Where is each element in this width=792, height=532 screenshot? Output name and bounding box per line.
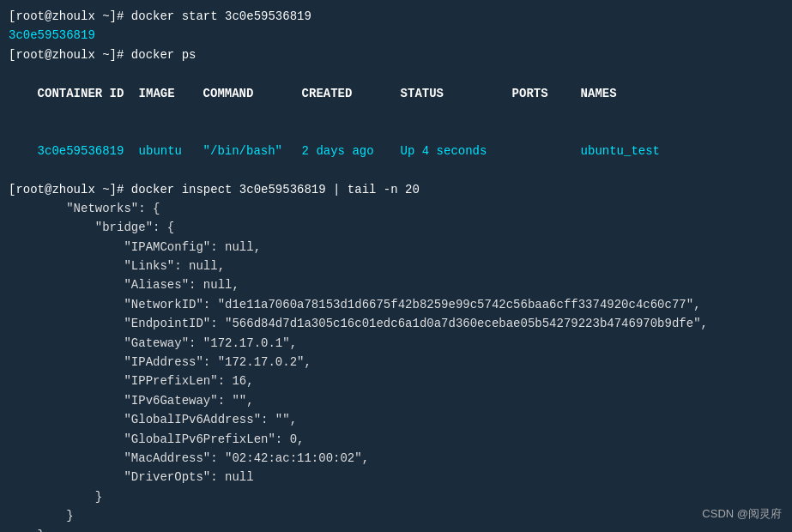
json-line-17: } — [9, 506, 783, 525]
line-6: [root@zhoulx ~]# docker inspect 3c0e5953… — [9, 180, 783, 199]
watermark: CSDN @阅灵府 — [702, 506, 782, 522]
prompt-2: [root@zhoulx ~]# docker ps — [9, 48, 196, 62]
json-line-12: "GlobalIPv6Address": "", — [9, 410, 783, 429]
prompt-3: [root@zhoulx ~]# docker inspect 3c0e5953… — [9, 183, 420, 196]
cell-image: ubuntu — [139, 142, 203, 160]
col-header-names: NAMES — [581, 84, 684, 103]
col-header-image: IMAGE — [139, 84, 203, 103]
json-line-11: "IPv6Gateway": "", — [9, 391, 783, 410]
json-line-8: "Gateway": "172.17.0.1", — [9, 334, 783, 353]
json-line-7: "EndpointID": "566d84d7d1a305c16c01edc6a… — [9, 314, 783, 333]
cell-names: ubuntu_test — [581, 142, 684, 160]
line-2: 3c0e59536819 — [9, 26, 783, 45]
json-line-3: "IPAMConfig": null, — [9, 238, 783, 257]
json-line-2: "bridge": { — [9, 218, 783, 237]
json-line-13: "GlobalIPv6PrefixLen": 0, — [9, 430, 783, 449]
json-line-5: "Aliases": null, — [9, 275, 783, 294]
cell-created: 2 days ago — [302, 142, 401, 160]
prompt-1: [root@zhoulx ~]# docker start 3c0e595368… — [9, 9, 311, 23]
cell-status: Up 4 seconds — [401, 142, 512, 160]
json-line-10: "IPPrefixLen": 16, — [9, 372, 783, 390]
json-line-1: "Networks": { — [9, 199, 783, 218]
table-header: CONTAINER IDIMAGECOMMANDCREATEDSTATUSPOR… — [9, 64, 783, 122]
cell-command: "/bin/bash" — [203, 142, 302, 160]
line-1: [root@zhoulx ~]# docker start 3c0e595368… — [9, 7, 783, 26]
json-line-9: "IPAddress": "172.17.0.2", — [9, 353, 783, 372]
terminal-window: [root@zhoulx ~]# docker start 3c0e595368… — [0, 0, 792, 532]
json-line-18: } — [9, 526, 783, 532]
json-line-6: "NetworkID": "d1e11a7060a78153d1d6675f42… — [9, 295, 783, 314]
json-line-15: "DriverOpts": null — [9, 468, 783, 487]
table-row: 3c0e59536819ubuntu"/bin/bash"2 days agoU… — [9, 122, 783, 179]
col-header-command: COMMAND — [203, 84, 302, 103]
output-container-id: 3c0e59536819 — [9, 28, 95, 42]
line-3: [root@zhoulx ~]# docker ps — [9, 45, 783, 64]
json-line-16: } — [9, 487, 783, 506]
json-line-4: "Links": null, — [9, 257, 783, 275]
col-header-ports: PORTS — [512, 84, 581, 103]
json-line-14: "MacAddress": "02:42:ac:11:00:02", — [9, 449, 783, 468]
col-header-created: CREATED — [302, 84, 401, 103]
col-header-container: CONTAINER ID — [38, 84, 139, 103]
cell-container-id: 3c0e59536819 — [38, 142, 139, 160]
col-header-status: STATUS — [401, 84, 512, 103]
